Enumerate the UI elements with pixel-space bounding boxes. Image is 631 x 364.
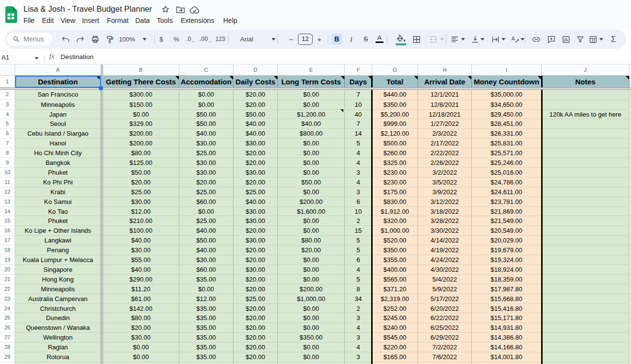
svg-text:A: A: [511, 36, 515, 41]
